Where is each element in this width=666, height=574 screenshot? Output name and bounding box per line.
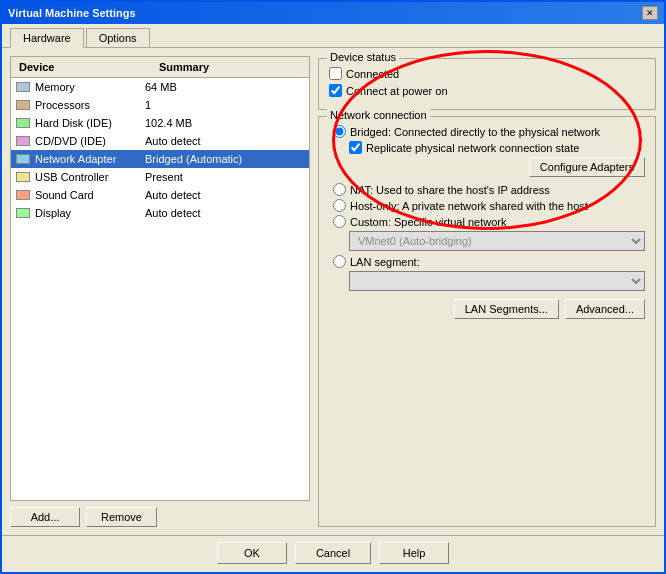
network-icon [15, 152, 31, 166]
cpu-icon [15, 98, 31, 112]
sound-icon [15, 188, 31, 202]
connected-checkbox[interactable] [329, 67, 342, 80]
device-status-label: Device status [327, 51, 399, 63]
cancel-button[interactable]: Cancel [295, 542, 371, 564]
bridged-row: Bridged: Connected directly to the physi… [329, 125, 645, 138]
bridged-radio[interactable] [333, 125, 346, 138]
tab-hardware[interactable]: Hardware [10, 28, 84, 48]
table-row[interactable]: Memory 64 MB [11, 78, 309, 96]
device-summary: Auto detect [145, 189, 305, 201]
bottom-right-buttons: LAN Segments... Advanced... [329, 299, 645, 319]
table-row[interactable]: CD/DVD (IDE) Auto detect [11, 132, 309, 150]
lan-label: LAN segment: [350, 256, 420, 268]
table-row[interactable]: USB Controller Present [11, 168, 309, 186]
content-area: Device Summary Memory 64 MB Processors 1… [2, 48, 664, 535]
device-name: CD/DVD (IDE) [35, 135, 145, 147]
remove-button[interactable]: Remove [86, 507, 157, 527]
nat-radio[interactable] [333, 183, 346, 196]
device-summary: Auto detect [145, 135, 305, 147]
device-summary: 102.4 MB [145, 117, 305, 129]
footer-buttons: OK Cancel Help [2, 535, 664, 572]
table-row[interactable]: Processors 1 [11, 96, 309, 114]
table-row[interactable]: Network Adapter Bridged (Automatic) [11, 150, 309, 168]
connect-on-power-checkbox[interactable] [329, 84, 342, 97]
device-status-group: Device status Connected Connect at power… [318, 58, 656, 110]
memory-icon [15, 80, 31, 94]
custom-radio[interactable] [333, 215, 346, 228]
title-bar-buttons: ✕ [642, 6, 658, 20]
connect-on-power-row: Connect at power on [329, 84, 645, 97]
custom-row: Custom: Specific virtual network [329, 215, 645, 228]
table-header: Device Summary [11, 57, 309, 78]
hostonly-label: Host-only: A private network shared with… [350, 200, 588, 212]
connect-on-power-label: Connect at power on [346, 85, 448, 97]
table-row[interactable]: Display Auto detect [11, 204, 309, 222]
hostonly-row: Host-only: A private network shared with… [329, 199, 645, 212]
device-summary: Present [145, 171, 305, 183]
close-button[interactable]: ✕ [642, 6, 658, 20]
vmnet-dropdown[interactable]: VMnet0 (Auto-bridging) [349, 231, 645, 251]
display-icon [15, 206, 31, 220]
left-panel: Device Summary Memory 64 MB Processors 1… [10, 56, 310, 527]
device-table: Device Summary Memory 64 MB Processors 1… [10, 56, 310, 501]
device-summary: 1 [145, 99, 305, 111]
vmnet-dropdown-container: VMnet0 (Auto-bridging) [329, 231, 645, 251]
connected-label: Connected [346, 68, 399, 80]
device-name: Memory [35, 81, 145, 93]
lan-row: LAN segment: [329, 255, 645, 268]
title-bar: Virtual Machine Settings ✕ [2, 2, 664, 24]
replicate-checkbox[interactable] [349, 141, 362, 154]
lan-dropdown[interactable] [349, 271, 645, 291]
main-window: Virtual Machine Settings ✕ Hardware Opti… [0, 0, 666, 574]
device-name: Processors [35, 99, 145, 111]
bridged-label: Bridged: Connected directly to the physi… [350, 126, 600, 138]
lan-dropdown-container [329, 271, 645, 291]
col-device-header: Device [15, 59, 155, 75]
network-connection-label: Network connection [327, 109, 430, 121]
device-name: Sound Card [35, 189, 145, 201]
hostonly-radio[interactable] [333, 199, 346, 212]
table-row[interactable]: Sound Card Auto detect [11, 186, 309, 204]
device-name: USB Controller [35, 171, 145, 183]
replicate-label: Replicate physical network connection st… [366, 142, 579, 154]
window-title: Virtual Machine Settings [8, 7, 136, 19]
advanced-button[interactable]: Advanced... [565, 299, 645, 319]
lan-segments-button[interactable]: LAN Segments... [454, 299, 559, 319]
device-name: Network Adapter [35, 153, 145, 165]
nat-row: NAT: Used to share the host's IP address [329, 183, 645, 196]
right-panel: Device status Connected Connect at power… [318, 56, 656, 527]
device-summary: Bridged (Automatic) [145, 153, 305, 165]
add-button[interactable]: Add... [10, 507, 80, 527]
connected-row: Connected [329, 67, 645, 80]
replicate-row: Replicate physical network connection st… [329, 141, 645, 154]
left-buttons: Add... Remove [10, 501, 310, 527]
network-connection-group: Network connection Bridged: Connected di… [318, 116, 656, 527]
configure-adapters-button[interactable]: Configure Adapters [529, 157, 645, 177]
help-button[interactable]: Help [379, 542, 449, 564]
device-name: Hard Disk (IDE) [35, 117, 145, 129]
device-name: Display [35, 207, 145, 219]
custom-label: Custom: Specific virtual network [350, 216, 507, 228]
ok-button[interactable]: OK [217, 542, 287, 564]
device-summary: 64 MB [145, 81, 305, 93]
tab-options[interactable]: Options [86, 28, 150, 47]
nat-label: NAT: Used to share the host's IP address [350, 184, 550, 196]
table-row[interactable]: Hard Disk (IDE) 102.4 MB [11, 114, 309, 132]
cd-icon [15, 134, 31, 148]
tab-bar: Hardware Options [2, 24, 664, 48]
lan-radio[interactable] [333, 255, 346, 268]
device-summary: Auto detect [145, 207, 305, 219]
harddisk-icon [15, 116, 31, 130]
col-summary-header: Summary [155, 59, 305, 75]
usb-icon [15, 170, 31, 184]
